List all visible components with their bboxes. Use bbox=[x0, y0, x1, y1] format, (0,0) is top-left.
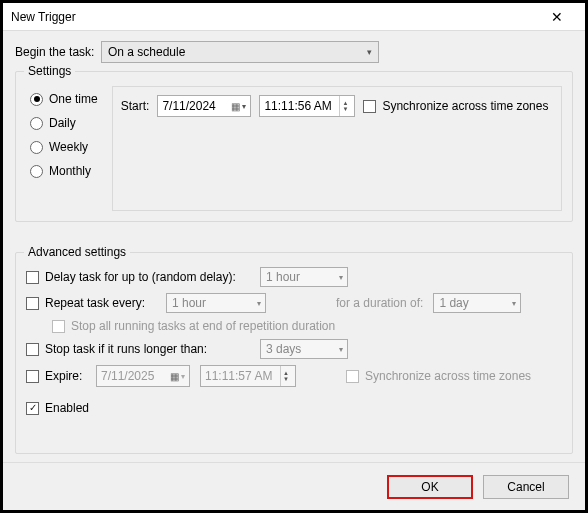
chevron-down-icon: ▾ bbox=[512, 299, 516, 308]
expire-date-value: 7/11/2025 bbox=[101, 369, 154, 383]
window-title: New Trigger bbox=[11, 10, 537, 24]
expire-sync-label: Synchronize across time zones bbox=[365, 369, 531, 383]
stop-longer-dropdown[interactable]: 3 days ▾ bbox=[260, 339, 348, 359]
delay-value: 1 hour bbox=[266, 270, 300, 284]
expire-time-input[interactable]: 11:11:57 AM ▲ ▼ bbox=[200, 365, 296, 387]
radio-icon bbox=[30, 165, 43, 178]
ok-button[interactable]: OK bbox=[387, 475, 473, 499]
repeat-label: Repeat task every: bbox=[45, 296, 145, 310]
sync-zones-label: Synchronize across time zones bbox=[382, 99, 548, 113]
start-time-value: 11:11:56 AM bbox=[264, 99, 331, 113]
spinner-down-icon[interactable]: ▼ bbox=[281, 376, 291, 382]
expire-time-value: 11:11:57 AM bbox=[205, 369, 272, 383]
time-spinner[interactable]: ▲ ▼ bbox=[280, 366, 291, 386]
chevron-down-icon: ▾ bbox=[339, 273, 343, 282]
start-date-input[interactable]: 7/11/2024 ▦ ▾ bbox=[157, 95, 251, 117]
chevron-down-icon: ▾ bbox=[257, 299, 261, 308]
time-spinner[interactable]: ▲ ▼ bbox=[339, 96, 350, 116]
begin-task-row: Begin the task: On a schedule ▾ bbox=[15, 41, 573, 63]
stop-longer-row: Stop task if it runs longer than: 3 days… bbox=[26, 339, 562, 359]
start-date-value: 7/11/2024 bbox=[162, 99, 215, 113]
checkbox-icon bbox=[26, 343, 39, 356]
begin-task-label: Begin the task: bbox=[15, 45, 101, 59]
calendar-icon: ▦ bbox=[231, 101, 240, 112]
start-panel: Start: 7/11/2024 ▦ ▾ 11:11:56 AM ▲ bbox=[112, 86, 562, 211]
settings-fieldset: Settings One time Daily Weekly bbox=[15, 71, 573, 222]
schedule-radio-group: One time Daily Weekly Monthly bbox=[26, 86, 102, 211]
cancel-label: Cancel bbox=[507, 480, 544, 494]
duration-label: for a duration of: bbox=[336, 296, 423, 310]
enabled-checkbox[interactable]: Enabled bbox=[26, 401, 89, 415]
radio-label: Daily bbox=[49, 116, 76, 130]
duration-dropdown[interactable]: 1 day ▾ bbox=[433, 293, 521, 313]
chevron-down-icon: ▾ bbox=[339, 345, 343, 354]
expire-checkbox[interactable]: Expire: bbox=[26, 369, 86, 383]
checkbox-icon bbox=[363, 100, 376, 113]
delay-checkbox[interactable]: Delay task for up to (random delay): bbox=[26, 270, 250, 284]
begin-task-value: On a schedule bbox=[108, 45, 185, 59]
delay-row: Delay task for up to (random delay): 1 h… bbox=[26, 267, 562, 287]
dialog-window: New Trigger ✕ Begin the task: On a sched… bbox=[2, 2, 586, 511]
radio-weekly[interactable]: Weekly bbox=[30, 140, 98, 154]
start-label: Start: bbox=[121, 99, 150, 113]
close-button[interactable]: ✕ bbox=[537, 3, 577, 31]
checkbox-icon bbox=[26, 370, 39, 383]
radio-icon bbox=[30, 93, 43, 106]
content-area: Begin the task: On a schedule ▾ Settings… bbox=[3, 31, 585, 462]
delay-dropdown[interactable]: 1 hour ▾ bbox=[260, 267, 348, 287]
stop-running-label: Stop all running tasks at end of repetit… bbox=[71, 319, 335, 333]
enabled-row: Enabled bbox=[26, 401, 562, 415]
checkbox-icon bbox=[26, 402, 39, 415]
chevron-down-icon: ▾ bbox=[367, 47, 372, 57]
expire-label: Expire: bbox=[45, 369, 82, 383]
chevron-down-icon: ▾ bbox=[181, 372, 185, 381]
radio-icon bbox=[30, 141, 43, 154]
radio-icon bbox=[30, 117, 43, 130]
ok-label: OK bbox=[421, 480, 438, 494]
stop-longer-checkbox[interactable]: Stop task if it runs longer than: bbox=[26, 342, 250, 356]
repeat-row: Repeat task every: 1 hour ▾ for a durati… bbox=[26, 293, 562, 313]
spinner-down-icon[interactable]: ▼ bbox=[340, 106, 350, 112]
footer: OK Cancel bbox=[3, 462, 585, 510]
radio-one-time[interactable]: One time bbox=[30, 92, 98, 106]
stop-running-row: Stop all running tasks at end of repetit… bbox=[52, 319, 562, 333]
stop-running-checkbox[interactable]: Stop all running tasks at end of repetit… bbox=[52, 319, 335, 333]
expire-row: Expire: 7/11/2025 ▦ ▾ 11:11:57 AM ▲ ▼ bbox=[26, 365, 562, 387]
calendar-icon: ▦ bbox=[170, 371, 179, 382]
checkbox-icon bbox=[346, 370, 359, 383]
checkbox-icon bbox=[26, 271, 39, 284]
delay-label: Delay task for up to (random delay): bbox=[45, 270, 236, 284]
advanced-fieldset: Advanced settings Delay task for up to (… bbox=[15, 252, 573, 454]
checkbox-icon bbox=[52, 320, 65, 333]
radio-monthly[interactable]: Monthly bbox=[30, 164, 98, 178]
repeat-dropdown[interactable]: 1 hour ▾ bbox=[166, 293, 266, 313]
settings-legend: Settings bbox=[24, 64, 75, 78]
chevron-down-icon: ▾ bbox=[242, 102, 246, 111]
checkbox-icon bbox=[26, 297, 39, 310]
stop-longer-value: 3 days bbox=[266, 342, 301, 356]
advanced-legend: Advanced settings bbox=[24, 245, 130, 259]
repeat-value: 1 hour bbox=[172, 296, 206, 310]
begin-task-dropdown[interactable]: On a schedule ▾ bbox=[101, 41, 379, 63]
radio-label: One time bbox=[49, 92, 98, 106]
start-time-input[interactable]: 11:11:56 AM ▲ ▼ bbox=[259, 95, 355, 117]
expire-date-input[interactable]: 7/11/2025 ▦ ▾ bbox=[96, 365, 190, 387]
duration-value: 1 day bbox=[439, 296, 468, 310]
radio-label: Weekly bbox=[49, 140, 88, 154]
enabled-label: Enabled bbox=[45, 401, 89, 415]
repeat-checkbox[interactable]: Repeat task every: bbox=[26, 296, 156, 310]
radio-daily[interactable]: Daily bbox=[30, 116, 98, 130]
cancel-button[interactable]: Cancel bbox=[483, 475, 569, 499]
sync-zones-checkbox[interactable]: Synchronize across time zones bbox=[363, 99, 548, 113]
radio-label: Monthly bbox=[49, 164, 91, 178]
titlebar: New Trigger ✕ bbox=[3, 3, 585, 31]
expire-sync-checkbox[interactable]: Synchronize across time zones bbox=[346, 369, 531, 383]
stop-longer-label: Stop task if it runs longer than: bbox=[45, 342, 207, 356]
